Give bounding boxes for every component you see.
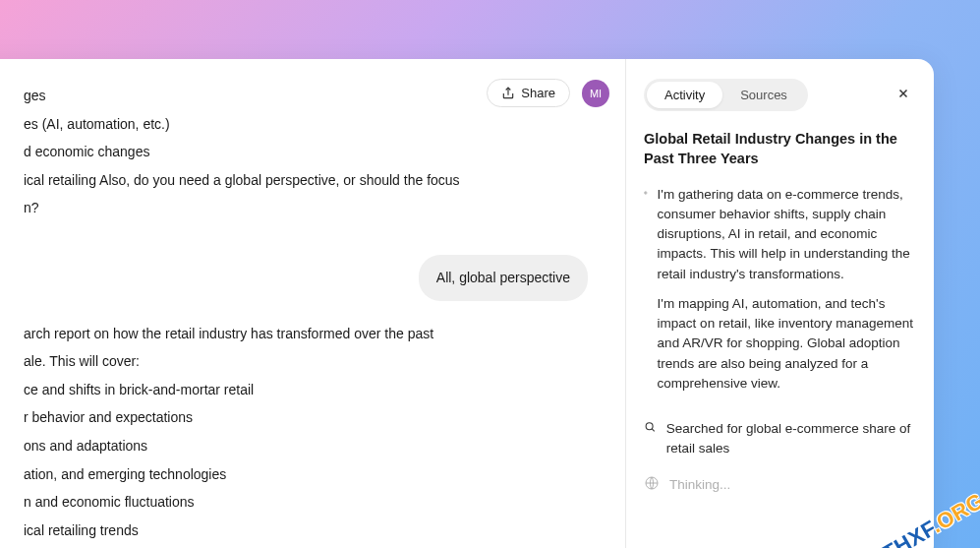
side-header: Activity Sources [644, 79, 916, 111]
activity-item: I'm gathering data on e-commerce trends,… [644, 185, 916, 404]
bullet-line: r behavior and expectations [24, 404, 605, 431]
side-panel: Activity Sources Global Retail Industry … [626, 59, 934, 548]
text-line: es (AI, automation, etc.) [24, 111, 605, 138]
bullet-line: ons and adaptations [24, 433, 605, 459]
openai-icon [644, 475, 660, 491]
top-bar: Share MI [487, 79, 609, 107]
text-line: d economic changes [24, 139, 605, 165]
svg-point-1 [646, 423, 653, 430]
text-line: n? [24, 195, 605, 221]
app-window: Share MI ges es (AI, automation, etc.) d… [0, 59, 934, 548]
conversation-content: ges es (AI, automation, etc.) d economic… [0, 83, 605, 543]
bullet-line: ical retailing trends [24, 518, 605, 544]
activity-item: Searched for global e-commerce share of … [644, 419, 916, 459]
bullet-line: ce and shifts in brick-and-mortar retail [24, 377, 605, 403]
share-label: Share [521, 86, 555, 100]
text-line: ical retailing Also, do you need a globa… [24, 167, 605, 194]
search-text: Searched for global e-commerce share of … [666, 419, 916, 459]
openai-icon [644, 185, 648, 201]
user-message: All, global perspective [419, 255, 588, 301]
response-intro: ale. This will cover: [24, 348, 605, 375]
close-button[interactable] [891, 83, 916, 107]
avatar[interactable]: MI [582, 80, 609, 107]
tab-sources[interactable]: Sources [722, 82, 805, 108]
activity-item: Thinking... [644, 475, 916, 495]
share-button[interactable]: Share [487, 79, 570, 107]
bullet-line: ation, and emerging technologies [24, 461, 605, 488]
tabs: Activity Sources [644, 79, 808, 111]
activity-title: Global Retail Industry Changes in the Pa… [644, 129, 916, 169]
close-icon [896, 87, 910, 100]
thinking-text: Thinking... [669, 475, 730, 495]
share-icon [501, 87, 515, 100]
activity-text: I'm gathering data on e-commerce trends,… [658, 185, 916, 404]
response-intro: arch report on how the retail industry h… [24, 321, 605, 347]
avatar-initials: MI [590, 88, 602, 99]
tab-activity[interactable]: Activity [647, 82, 722, 108]
bullet-line: n and economic fluctuations [24, 489, 605, 516]
main-panel: Share MI ges es (AI, automation, etc.) d… [0, 59, 626, 548]
search-icon [644, 419, 657, 435]
